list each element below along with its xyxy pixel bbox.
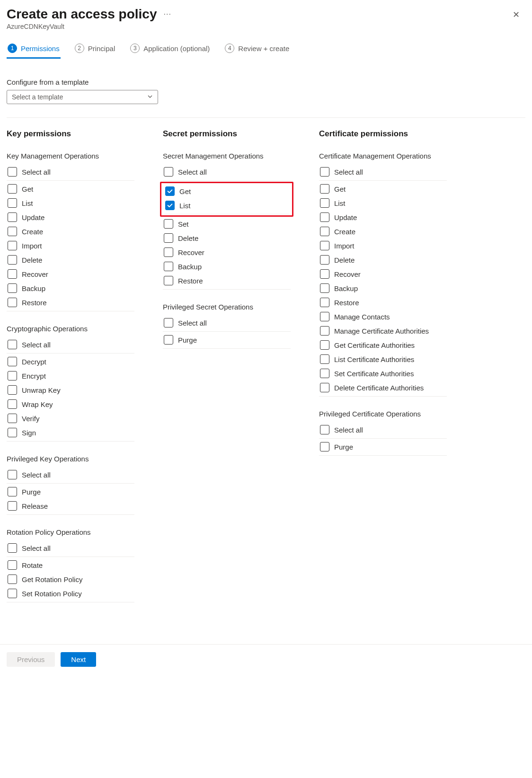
checkbox-icon (164, 335, 173, 345)
checkbox-label: Create (22, 228, 43, 236)
permission-delete[interactable]: Delete (163, 231, 291, 245)
group-title: Secret Management Operations (163, 152, 291, 160)
checkbox-icon (8, 487, 17, 496)
tab-label: Principal (88, 44, 115, 53)
checkbox-icon (8, 589, 17, 598)
tab-review-create[interactable]: 4Review + create (224, 40, 290, 59)
permission-group: Secret Management OperationsSelect allGe… (163, 152, 291, 290)
page-header: Create an access policy ··· AzureCDNKeyV… (0, 0, 532, 31)
checkbox-label: Rotate (22, 561, 43, 569)
permission-import[interactable]: Import (319, 239, 447, 253)
select-all-checkbox[interactable]: Select all (319, 165, 447, 181)
permission-list[interactable]: List (319, 196, 447, 210)
permission-create[interactable]: Create (7, 224, 134, 239)
select-all-checkbox[interactable]: Select all (7, 165, 134, 181)
permission-decrypt[interactable]: Decrypt (7, 354, 134, 369)
annotation-highlight: GetList (160, 182, 293, 217)
tab-permissions[interactable]: 1Permissions (7, 40, 61, 59)
permission-get-rotation-policy[interactable]: Get Rotation Policy (7, 572, 134, 586)
group-title: Privileged Key Operations (7, 455, 134, 463)
permission-list: GetListUpdateCreateImportDeleteRecoverBa… (319, 182, 447, 397)
permission-set[interactable]: Set (163, 217, 291, 231)
checkbox-icon (8, 575, 17, 584)
permission-wrap-key[interactable]: Wrap Key (7, 397, 134, 411)
permission-get[interactable]: Get (7, 182, 134, 196)
checkbox-icon (320, 212, 329, 222)
step-number: 1 (8, 44, 17, 53)
checkbox-icon (320, 369, 329, 378)
permission-recover[interactable]: Recover (7, 267, 134, 281)
checkbox-icon (8, 167, 17, 177)
checkbox-label: Restore (334, 299, 359, 307)
checkbox-icon (320, 198, 329, 208)
select-all-checkbox[interactable]: Select all (163, 165, 291, 181)
permission-restore[interactable]: Restore (319, 295, 447, 309)
permission-list[interactable]: List (164, 198, 289, 214)
checkbox-label: List (334, 199, 345, 207)
permission-set-rotation-policy[interactable]: Set Rotation Policy (7, 586, 134, 602)
permission-release[interactable]: Release (7, 499, 134, 515)
tab-principal[interactable]: 2Principal (74, 40, 116, 59)
step-number: 3 (130, 44, 140, 53)
permission-column: Key permissionsKey Management Operations… (7, 129, 134, 616)
more-options-icon[interactable]: ··· (164, 10, 171, 18)
checkbox-icon (320, 340, 329, 350)
permission-recover[interactable]: Recover (319, 267, 447, 281)
permission-recover[interactable]: Recover (163, 245, 291, 259)
permission-update[interactable]: Update (7, 210, 134, 224)
permission-purge[interactable]: Purge (7, 485, 134, 499)
permission-delete-certificate-authorities[interactable]: Delete Certificate Authorities (319, 380, 447, 397)
permission-manage-contacts[interactable]: Manage Contacts (319, 309, 447, 324)
permission-delete[interactable]: Delete (319, 253, 447, 267)
permission-restore[interactable]: Restore (7, 295, 134, 311)
column-title: Key permissions (7, 129, 134, 139)
permission-sign[interactable]: Sign (7, 425, 134, 442)
tab-label: Application (optional) (143, 44, 210, 53)
checkbox-icon (8, 543, 17, 553)
permission-manage-certificate-authorities[interactable]: Manage Certificate Authorities (319, 324, 447, 338)
checkbox-label: Restore (178, 277, 203, 285)
permission-create[interactable]: Create (319, 224, 447, 239)
select-all-checkbox[interactable]: Select all (319, 423, 447, 439)
permission-list: Purge (163, 333, 291, 349)
template-select[interactable]: Select a template (7, 90, 158, 104)
permission-rotate[interactable]: Rotate (7, 558, 134, 572)
permission-purge[interactable]: Purge (163, 333, 291, 349)
checkbox-icon (8, 255, 17, 265)
permission-restore[interactable]: Restore (163, 274, 291, 290)
checkbox-label: Wrap Key (22, 400, 53, 408)
checkbox-label: Purge (22, 488, 41, 496)
permission-encrypt[interactable]: Encrypt (7, 369, 134, 383)
permission-unwrap-key[interactable]: Unwrap Key (7, 383, 134, 397)
permission-get[interactable]: Get (319, 182, 447, 196)
permission-list-certificate-authorities[interactable]: List Certificate Authorities (319, 352, 447, 366)
permission-verify[interactable]: Verify (7, 411, 134, 425)
checkbox-icon (320, 227, 329, 236)
permission-group: Privileged Certificate OperationsSelect … (319, 410, 447, 456)
permission-list[interactable]: List (7, 196, 134, 210)
select-all-checkbox[interactable]: Select all (7, 468, 134, 484)
permission-update[interactable]: Update (319, 210, 447, 224)
select-all-checkbox[interactable]: Select all (7, 337, 134, 354)
permission-group: Key Management OperationsSelect allGetLi… (7, 152, 134, 311)
permission-delete[interactable]: Delete (7, 253, 134, 267)
tab-application-optional-[interactable]: 3Application (optional) (129, 40, 211, 59)
permission-get[interactable]: Get (164, 184, 289, 198)
permission-column: Certificate permissionsCertificate Manag… (319, 129, 447, 616)
permission-backup[interactable]: Backup (7, 281, 134, 295)
permission-purge[interactable]: Purge (319, 440, 447, 456)
permission-backup[interactable]: Backup (319, 281, 447, 295)
close-icon[interactable]: ✕ (510, 7, 523, 23)
next-button[interactable]: Next (61, 652, 96, 667)
select-all-checkbox[interactable]: Select all (163, 316, 291, 332)
checkbox-label: Purge (178, 336, 197, 344)
permission-list: DecryptEncryptUnwrap KeyWrap KeyVerifySi… (7, 354, 134, 442)
permission-get-certificate-authorities[interactable]: Get Certificate Authorities (319, 338, 447, 352)
checkbox-label: Set (178, 220, 189, 228)
select-all-checkbox[interactable]: Select all (7, 541, 134, 557)
permission-backup[interactable]: Backup (163, 259, 291, 274)
checkbox-icon (164, 248, 173, 257)
permission-columns: Key permissionsKey Management Operations… (7, 129, 525, 616)
permission-set-certificate-authorities[interactable]: Set Certificate Authorities (319, 366, 447, 380)
permission-import[interactable]: Import (7, 239, 134, 253)
